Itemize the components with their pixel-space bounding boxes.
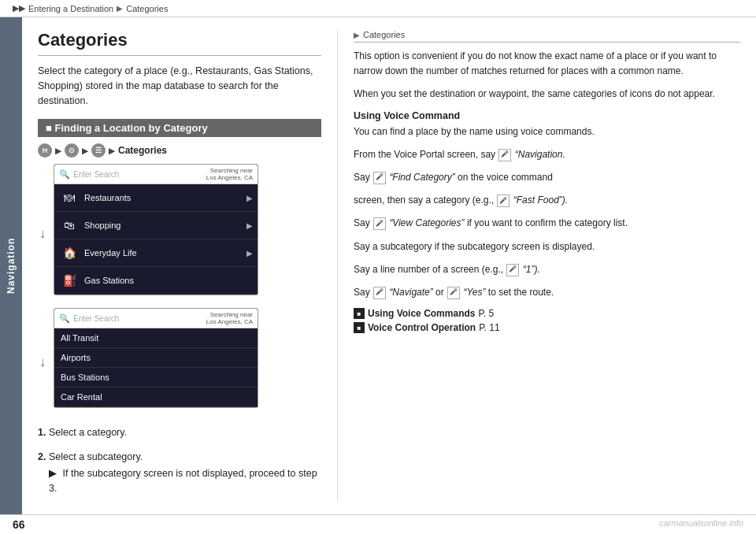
item-arrow-everyday: ▶ bbox=[246, 249, 253, 258]
voice-text2-italic: “Navigation. bbox=[515, 149, 565, 160]
mockup-item-airports: Airports bbox=[54, 348, 258, 368]
path-icon-home: H bbox=[38, 143, 52, 158]
breadcrumb-bar: ▶▶ Entering a Destination ▶ Categories bbox=[0, 0, 756, 17]
step-1: 1. Select a category. bbox=[38, 425, 321, 440]
mockup-item-all-transit: All Transit bbox=[54, 328, 258, 348]
voice-text2: From the Voice Portal screen, say 🎤 “Nav… bbox=[354, 147, 740, 162]
voice-icon-2: 🎤 bbox=[373, 172, 386, 184]
voice-text8: Say 🎤 “Navigate” or 🎤 “Yes” to set the r… bbox=[354, 285, 740, 300]
right-column: ▶ Categories This option is convenient i… bbox=[337, 30, 740, 502]
voice-icon-3: 🎤 bbox=[497, 195, 510, 207]
search-icon-bottom: 🔍 bbox=[59, 313, 70, 324]
section-heading: ■ Finding a Location by Category bbox=[38, 119, 321, 137]
mockup-top: 🔍 Enter Search Searching near Los Angele… bbox=[54, 164, 258, 295]
mockup-item-everyday: 🏠 Everyday Life ▶ bbox=[54, 239, 258, 267]
item-arrow-shopping: ▶ bbox=[246, 221, 253, 230]
steps-section: 1. Select a category. 2. Select a subcat… bbox=[38, 425, 321, 495]
voice-text7-italic: “1”). bbox=[523, 264, 540, 275]
search-icon-top: 🔍 bbox=[59, 169, 70, 180]
ref-link-2: ■ Voice Control Operation P. 11 bbox=[354, 322, 740, 333]
mockup-item-car-rental: Car Rental bbox=[54, 388, 258, 407]
mockup-bottom-searchbar: 🔍 Enter Search Searching near Los Angele… bbox=[54, 309, 258, 328]
voice-text5: Say 🎤 “View Categories” if you want to c… bbox=[354, 216, 740, 231]
step2-text: Select a subcategory. bbox=[49, 451, 143, 462]
mockup-item-bus-stations: Bus Stations bbox=[54, 368, 258, 388]
voice-text8-italic2: “Yes” bbox=[463, 287, 485, 298]
step1-num: 1. bbox=[38, 427, 46, 438]
path-line: H ▶ ⊙ ▶ ☰ ▶ Categories bbox=[38, 143, 321, 158]
gas-icon: ⛽ bbox=[61, 272, 78, 289]
mockup-item-gas: ⛽ Gas Stations bbox=[54, 267, 258, 295]
mockup-top-search-text: Enter Search bbox=[73, 170, 206, 179]
ref-icon-2: ■ bbox=[354, 322, 365, 333]
bottom-bar: 66 carmanualsonline.info bbox=[0, 514, 756, 534]
voice-text4-italic: “Fast Food”). bbox=[513, 195, 568, 206]
ref2-bold: Voice Control Operation bbox=[368, 322, 476, 333]
mockup-top-searchbar: 🔍 Enter Search Searching near Los Angele… bbox=[54, 165, 258, 184]
page-number: 66 bbox=[13, 518, 25, 531]
mockup-item-shopping: 🛍 Shopping ▶ bbox=[54, 212, 258, 239]
mockup-bottom-arrow: ↓ bbox=[39, 355, 46, 369]
page-title: Categories bbox=[38, 30, 321, 56]
voice-text8-italic1: “Navigate” bbox=[389, 287, 432, 298]
breadcrumb-arrow2: ▶ bbox=[117, 4, 123, 13]
restaurant-icon: 🍽 bbox=[61, 189, 78, 206]
content-area: Categories Select the category of a plac… bbox=[22, 17, 756, 514]
step2-arrow-bullet: ▶ bbox=[49, 468, 57, 479]
everyday-icon: 🏠 bbox=[61, 244, 78, 261]
left-column: Categories Select the category of a plac… bbox=[38, 30, 321, 502]
right-section-title: ▶ Categories bbox=[354, 30, 740, 43]
voice-command-heading: Using Voice Command bbox=[354, 110, 740, 121]
breadcrumb-entering: Entering a Destination bbox=[28, 4, 113, 13]
breadcrumb-categories: Categories bbox=[126, 4, 168, 13]
ref-link-1: ■ Using Voice Commands P. 5 bbox=[354, 308, 740, 319]
voice-icon-5: 🎤 bbox=[506, 264, 519, 276]
step2-num: 2. bbox=[38, 451, 46, 462]
section-note-icon: ▶ bbox=[354, 31, 360, 39]
voice-icon-7: 🎤 bbox=[447, 287, 460, 299]
right-para2: When you set the destination or waypoint… bbox=[354, 87, 740, 102]
ref1-page: P. 5 bbox=[478, 308, 494, 319]
voice-icon-1: 🎤 bbox=[498, 149, 511, 161]
voice-text3: Say 🎤 “Find Category” on the voice comma… bbox=[354, 170, 740, 185]
path-icon-map: ⊙ bbox=[65, 143, 79, 158]
mockup-bottom-near: Searching near Los Angeles, CA bbox=[206, 311, 253, 325]
mockup-item-restaurants: 🍽 Restaurants ▶ bbox=[54, 184, 258, 212]
item-arrow-restaurants: ▶ bbox=[246, 194, 253, 202]
ref2-page: P. 11 bbox=[479, 322, 499, 333]
right-para1: This option is convenient if you do not … bbox=[354, 49, 740, 79]
voice-icon-4: 🎤 bbox=[373, 217, 386, 230]
path-icon-menu: ☰ bbox=[91, 143, 106, 158]
voice-text7: Say a line number of a screen (e.g., 🎤 “… bbox=[354, 262, 740, 277]
mockup-top-arrow: ↓ bbox=[39, 227, 46, 241]
mockup-bottom: 🔍 Enter Search Searching near Los Angele… bbox=[54, 308, 258, 408]
breadcrumb-arrow1: ▶▶ bbox=[13, 3, 25, 13]
step2-sub-text: If the subcategory screen is not display… bbox=[49, 468, 317, 494]
shopping-icon: 🛍 bbox=[61, 217, 78, 234]
mockup-bottom-search-text: Enter Search bbox=[73, 314, 206, 323]
ref1-bold: Using Voice Commands bbox=[368, 308, 475, 319]
step1-text: Select a category. bbox=[49, 427, 127, 438]
mockup-top-search-near: Searching near Los Angeles, CA bbox=[206, 167, 253, 181]
voice-text4: screen, then say a category (e.g., 🎤 “Fa… bbox=[354, 193, 740, 208]
intro-text: Select the category of a place (e.g., Re… bbox=[38, 64, 321, 108]
main-layout: Navigation Categories Select the categor… bbox=[0, 17, 756, 514]
step-2: 2. Select a subcategory. ▶ If the subcat… bbox=[38, 450, 321, 495]
ref-icon-1: ■ bbox=[354, 308, 365, 319]
voice-icon-6: 🎤 bbox=[373, 287, 386, 299]
nav-tab: Navigation bbox=[0, 17, 22, 514]
voice-text6: Say a subcategory if the subcategory scr… bbox=[354, 239, 740, 254]
watermark: carmanualsonline.info bbox=[659, 518, 743, 528]
step2-sub: ▶ If the subcategory screen is not displ… bbox=[49, 466, 321, 496]
voice-text3-italic: “Find Category” bbox=[389, 172, 454, 183]
path-categories-label: Categories bbox=[118, 145, 167, 156]
voice-text1: You can find a place by the name using v… bbox=[354, 124, 740, 139]
voice-text5-italic: “View Categories” bbox=[389, 217, 464, 228]
